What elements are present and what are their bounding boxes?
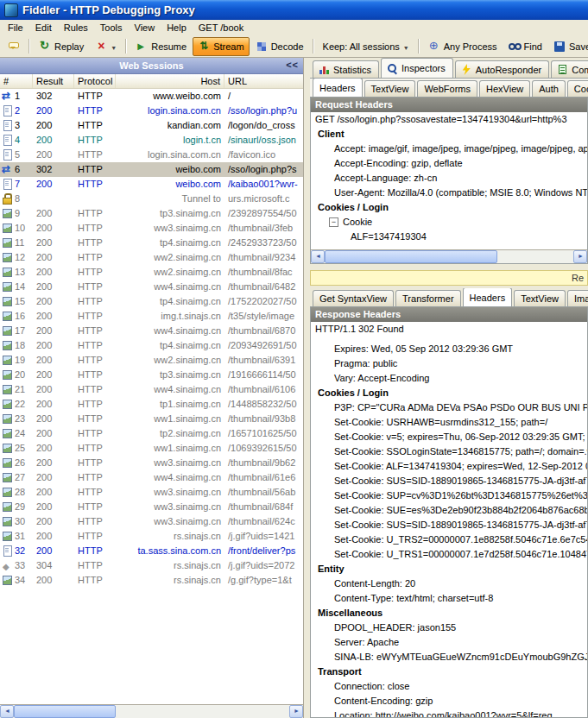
- session-row[interactable]: 27 200 HTTP ww4.sinaimg.cn /thumbnail/61…: [0, 470, 303, 485]
- save-button[interactable]: Save: [548, 37, 588, 56]
- header-row[interactable]: Accept-Language: zh-cn: [311, 171, 587, 186]
- decode-toggle-button[interactable]: Decode: [250, 37, 309, 56]
- header-row[interactable]: Server: Apache: [311, 635, 587, 650]
- session-row[interactable]: 21 200 HTTP ww4.sinaimg.cn /thumbnail/61…: [0, 382, 303, 397]
- header-row[interactable]: DPOOL_HEADER: jason155: [311, 620, 587, 635]
- session-row[interactable]: 12 200 HTTP ww2.sinaimg.cn /thumbnail/92…: [0, 250, 303, 265]
- header-row[interactable]: Content-Encoding: gzip: [311, 694, 587, 709]
- session-row[interactable]: 23 200 HTTP ww1.sinaimg.cn /thumbnail/93…: [0, 412, 303, 426]
- request-horizontal-scrollbar[interactable]: [311, 249, 587, 263]
- header-row[interactable]: Accept: image/gif, image/jpeg, image/pjp…: [311, 142, 587, 156]
- session-row[interactable]: 10 200 HTTP ww3.sinaimg.cn /thumbnail/3f…: [0, 221, 303, 236]
- session-row[interactable]: 19 200 HTTP ww2.sinaimg.cn /thumbnail/63…: [0, 353, 303, 368]
- request-line[interactable]: GET /sso/login.php?ssosavestate=13474193…: [311, 112, 587, 127]
- session-row[interactable]: 15 200 HTTP tp4.sinaimg.cn /1752202027/5…: [0, 294, 303, 309]
- session-row[interactable]: 34 200 HTTP rs.sinajs.cn /g.gif?type=1&t: [0, 573, 303, 588]
- response-status-line[interactable]: HTTP/1.1 302 Found: [311, 322, 587, 337]
- session-row[interactable]: 17 200 HTTP ww4.sinaimg.cn /thumbnail/68…: [0, 324, 303, 338]
- menu-item[interactable]: File: [2, 22, 29, 34]
- session-row[interactable]: 33 304 HTTP rs.sinajs.cn /j.gif?uids=207…: [0, 558, 303, 573]
- session-row[interactable]: 4 200 HTTP login.t.cn /sinaurl/oss.json: [0, 133, 303, 148]
- session-row[interactable]: 28 200 HTTP ww3.sinaimg.cn /thumbnail/56…: [0, 485, 303, 500]
- session-row[interactable]: 2 200 HTTP login.sina.com.cn /sso/login.…: [0, 104, 303, 118]
- header-row[interactable]: Location: http://weibo.com/kaibao001?wvr…: [311, 709, 587, 718]
- collapse-panel-button[interactable]: <<: [286, 60, 299, 70]
- menu-item[interactable]: Tools: [94, 22, 129, 34]
- column-header-result[interactable]: Result: [33, 74, 74, 88]
- header-row[interactable]: Set-Cookie: SUS=SID-1889019865-134681577…: [311, 474, 587, 488]
- column-header-url[interactable]: URL: [224, 74, 303, 88]
- header-row[interactable]: Pragma: public: [311, 356, 587, 371]
- remove-sessions-button[interactable]: [90, 37, 122, 56]
- column-header-host[interactable]: Host: [116, 74, 224, 88]
- header-row[interactable]: Miscellaneous: [311, 606, 587, 620]
- scrollbar-thumb[interactable]: [14, 705, 116, 718]
- session-row[interactable]: 31 200 HTTP rs.sinajs.cn /j.gif?uids=142…: [0, 529, 303, 544]
- inspector-tab[interactable]: Inspectors: [381, 58, 453, 78]
- inspector-tab[interactable]: Statistics: [313, 60, 379, 78]
- request-inspector-tab[interactable]: Cookies: [567, 80, 588, 97]
- keep-sessions-dropdown[interactable]: Keep: All sessions: [318, 38, 414, 55]
- request-inspector-tab[interactable]: TextView: [364, 80, 416, 97]
- session-row[interactable]: 20 200 HTTP tp3.sinaimg.cn /1916666114/5…: [0, 368, 303, 382]
- menu-item[interactable]: Help: [161, 22, 193, 34]
- header-row[interactable]: User-Agent: Mozilla/4.0 (compatible; MSI…: [311, 186, 587, 200]
- encoding-notice-bar[interactable]: Re: [310, 270, 588, 286]
- any-process-button[interactable]: Any Process: [423, 37, 503, 56]
- session-row[interactable]: 29 200 HTTP ww3.sinaimg.cn /thumbnail/68…: [0, 500, 303, 514]
- column-header-number[interactable]: #: [0, 74, 33, 88]
- sessions-horizontal-scrollbar[interactable]: [0, 704, 303, 718]
- session-row[interactable]: 1 302 HTTP www.weibo.com /: [0, 89, 303, 104]
- session-row[interactable]: 3 200 HTTP kandian.com /logon/do_cross: [0, 118, 303, 133]
- title-bar[interactable]: Fiddler - HTTP Debugging Proxy: [0, 0, 588, 20]
- response-inspector-tab[interactable]: ImageView: [567, 290, 588, 306]
- scroll-right-button[interactable]: [573, 250, 587, 263]
- scroll-left-button[interactable]: [0, 705, 14, 718]
- header-row[interactable]: Set-Cookie: SUP=cv%3D1%26bt%3D1346815775…: [311, 488, 587, 503]
- session-row[interactable]: 9 200 HTTP tp3.sinaimg.cn /2392897554/50: [0, 206, 303, 221]
- session-row[interactable]: 8 Tunnel to urs.microsoft.c: [0, 192, 303, 206]
- session-row[interactable]: 18 200 HTTP tp4.sinaimg.cn /2093492691/5…: [0, 338, 303, 353]
- header-row[interactable]: Set-Cookie: v=5; expires=Thu, 06-Sep-201…: [311, 430, 587, 444]
- session-row[interactable]: 22 200 HTTP tp1.sinaimg.cn /1448858232/5…: [0, 397, 303, 412]
- response-inspector-tab[interactable]: TextView: [514, 290, 566, 306]
- session-row[interactable]: 16 200 HTTP img.t.sinajs.cn /t35/style/i…: [0, 309, 303, 324]
- scrollbar-track[interactable]: [14, 705, 289, 718]
- response-inspector-tab[interactable]: Get SyntaxView: [313, 290, 394, 306]
- menu-item[interactable]: GET /book: [193, 22, 250, 34]
- header-row[interactable]: Set-Cookie: SUS=SID-1889019865-134681577…: [311, 518, 587, 532]
- session-row[interactable]: 11 200 HTTP tp4.sinaimg.cn /2452933723/5…: [0, 236, 303, 250]
- scrollbar-thumb[interactable]: [325, 250, 497, 263]
- column-header-protocol[interactable]: Protocol: [74, 74, 116, 88]
- session-row[interactable]: 30 200 HTTP ww3.sinaimg.cn /thumbnail/62…: [0, 514, 303, 529]
- panel-splitter[interactable]: [304, 58, 310, 718]
- request-inspector-tab[interactable]: HexView: [479, 80, 530, 97]
- header-row[interactable]: ALF=1347419304: [311, 230, 587, 244]
- header-row[interactable]: Entity: [311, 562, 587, 576]
- session-row[interactable]: 13 200 HTTP ww2.sinaimg.cn /thumbnail/8f…: [0, 265, 303, 280]
- comment-button[interactable]: [3, 37, 25, 56]
- session-row[interactable]: 5 200 HTTP login.sina.com.cn /favicon.ic…: [0, 148, 303, 162]
- scroll-right-button[interactable]: [289, 705, 303, 718]
- request-inspector-tab[interactable]: WebForms: [417, 80, 477, 97]
- header-row[interactable]: Cookie: [311, 215, 587, 230]
- session-row[interactable]: 32 200 HTTP ta.sass.sina.com.cn /front/d…: [0, 544, 303, 558]
- inspector-tab[interactable]: Composer: [551, 60, 588, 78]
- header-row[interactable]: Content-Type: text/html; charset=utf-8: [311, 591, 587, 606]
- session-row[interactable]: 14 200 HTTP ww4.sinaimg.cn /thumbnail/64…: [0, 280, 303, 294]
- replay-button[interactable]: Replay: [34, 37, 89, 56]
- response-inspector-tab[interactable]: Transformer: [395, 290, 461, 306]
- request-inspector-tab[interactable]: Auth: [532, 80, 566, 97]
- menu-item[interactable]: Rules: [58, 22, 94, 34]
- stream-toggle-button[interactable]: Stream: [193, 37, 249, 56]
- header-row[interactable]: Accept-Encoding: gzip, deflate: [311, 156, 587, 171]
- header-row[interactable]: Vary: Accept-Encoding: [311, 371, 587, 386]
- scroll-left-button[interactable]: [311, 250, 325, 263]
- header-row[interactable]: Expires: Wed, 05 Sep 2012 03:29:36 GMT: [311, 342, 587, 356]
- header-row[interactable]: Set-Cookie: ALF=1347419304; expires=Wed,…: [311, 459, 587, 474]
- session-row[interactable]: 6 302 HTTP weibo.com /sso/login.php?s: [0, 162, 303, 177]
- session-row[interactable]: 7 200 HTTP weibo.com /kaibao001?wvr-: [0, 177, 303, 192]
- header-row[interactable]: Set-Cookie: SSOLoginState=1346815775; pa…: [311, 444, 587, 459]
- header-row[interactable]: Set-Cookie: U_TRS1=00000007.1e7d258f.504…: [311, 547, 587, 562]
- session-row[interactable]: 24 200 HTTP tp2.sinaimg.cn /1657101625/5…: [0, 426, 303, 441]
